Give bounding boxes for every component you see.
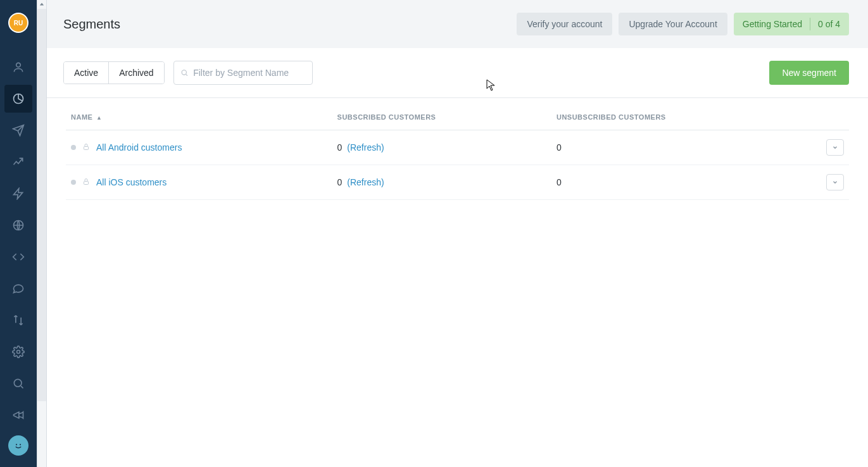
verify-account-button[interactable]: Verify your account <box>517 13 612 35</box>
subscribed-count: 0 <box>337 177 343 187</box>
new-segment-button[interactable]: New segment <box>769 61 849 85</box>
page-title: Segments <box>63 17 120 32</box>
svg-rect-9 <box>84 182 89 185</box>
nav-analytics-icon[interactable] <box>4 148 32 176</box>
scroll-up-arrow-icon[interactable] <box>37 0 46 9</box>
svg-point-3 <box>17 351 20 354</box>
unsubscribed-count: 0 <box>557 142 562 153</box>
scroll-track[interactable] <box>37 9 46 401</box>
getting-started-button[interactable]: Getting Started 0 of 4 <box>734 13 849 35</box>
lock-icon <box>82 142 90 153</box>
status-dot-icon <box>71 180 76 185</box>
topbar: Segments Verify your account Upgrade You… <box>47 0 868 48</box>
avatar-initials: RU <box>14 20 23 27</box>
divider <box>810 18 810 30</box>
row-menu-button[interactable] <box>826 174 844 190</box>
name-cell: All iOS customers <box>71 177 327 187</box>
nav-transfer-icon[interactable] <box>4 306 32 334</box>
svg-point-7 <box>182 70 186 75</box>
lock-icon <box>82 177 90 187</box>
getting-started-label: Getting Started <box>743 19 802 29</box>
sidebar: RU <box>0 0 37 467</box>
nav-lightning-icon[interactable] <box>4 180 32 208</box>
filter-search[interactable] <box>173 61 313 85</box>
tab-group: Active Archived <box>63 61 165 84</box>
nav-chat-icon[interactable] <box>4 275 32 302</box>
table-row: All Android customers 0 (Refresh) 0 <box>66 130 849 165</box>
col-header-actions <box>771 98 849 130</box>
nav-segments-icon[interactable] <box>4 85 32 113</box>
filter-input[interactable] <box>193 68 305 78</box>
svg-rect-8 <box>84 147 89 150</box>
col-header-name[interactable]: Name ▲ <box>66 98 332 130</box>
nav-globe-icon[interactable] <box>4 211 32 239</box>
row-menu-button[interactable] <box>826 139 844 156</box>
help-smiley-icon[interactable] <box>8 435 28 456</box>
chevron-down-icon <box>832 144 838 151</box>
nav-send-icon[interactable] <box>4 116 32 144</box>
main-content: Segments Verify your account Upgrade You… <box>47 0 868 467</box>
segment-link[interactable]: All iOS customers <box>96 177 167 187</box>
refresh-link[interactable]: (Refresh) <box>347 142 384 153</box>
svg-point-0 <box>16 63 21 67</box>
nav-code-icon[interactable] <box>4 243 32 271</box>
avatar[interactable]: RU <box>8 13 28 33</box>
unsubscribed-count: 0 <box>557 177 562 187</box>
sort-asc-icon: ▲ <box>96 115 102 121</box>
nav-megaphone-icon[interactable] <box>4 401 32 429</box>
nav-settings-icon[interactable] <box>4 338 32 366</box>
svg-point-4 <box>14 379 22 387</box>
svg-point-6 <box>20 444 21 445</box>
controls-left: Active Archived <box>63 61 313 85</box>
refresh-link[interactable]: (Refresh) <box>347 177 384 187</box>
status-dot-icon <box>71 145 76 150</box>
subscribed-count: 0 <box>337 142 343 153</box>
segments-table-wrap: Name ▲ Subscribed Customers Unsubscribed… <box>47 98 868 467</box>
controls-row: Active Archived New segment <box>47 48 868 98</box>
getting-started-count: 0 of 4 <box>818 19 840 29</box>
table-row: All iOS customers 0 (Refresh) 0 <box>66 165 849 200</box>
upgrade-account-button[interactable]: Upgrade Your Account <box>619 13 727 35</box>
topbar-actions: Verify your account Upgrade Your Account… <box>517 13 849 35</box>
tab-active[interactable]: Active <box>64 62 108 84</box>
tab-archived[interactable]: Archived <box>108 62 163 84</box>
svg-point-5 <box>16 444 17 445</box>
nav-search-icon[interactable] <box>4 370 32 397</box>
segments-table: Name ▲ Subscribed Customers Unsubscribed… <box>66 98 849 200</box>
col-header-unsubscribed[interactable]: Unsubscribed Customers <box>551 98 771 130</box>
search-icon <box>180 68 189 77</box>
segment-link[interactable]: All Android customers <box>96 142 182 153</box>
col-header-subscribed[interactable]: Subscribed Customers <box>332 98 551 130</box>
name-cell: All Android customers <box>71 142 327 153</box>
scroll-gutter[interactable] <box>37 0 47 467</box>
nav-people-icon[interactable] <box>4 53 32 81</box>
chevron-down-icon <box>832 179 838 185</box>
